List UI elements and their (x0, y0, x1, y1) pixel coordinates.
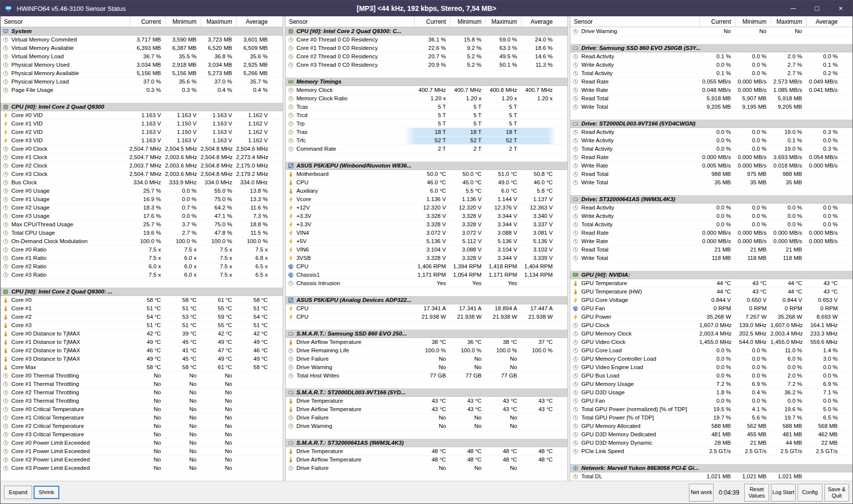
reset-values-button[interactable]: Reset Values (744, 484, 769, 502)
sensor-row[interactable]: Write Total118 MB118 MB118 MB (570, 254, 853, 262)
sensor-row[interactable]: Core #2 Thread 0 C0 Residency20.7 %5.2 %… (286, 52, 568, 61)
sensor-row[interactable]: Core #2 Thermal ThrottlingNoNoNo (0, 388, 283, 397)
sensor-row[interactable]: Drive Remaining Life100.0 %100.0 %100.0 … (286, 346, 568, 355)
sensor-row[interactable]: Core #0 Ratio7.5 x7.5 x7.5 x7.5 x (0, 246, 283, 254)
sensor-row[interactable]: Read Total988 MB975 MB988 MB (570, 170, 853, 178)
sensor-row[interactable]: CPU46.0 °C45.0 °C49.0 °C46.0 °C (286, 178, 568, 187)
section-header-row[interactable]: CPU [#0]: Intel Core 2 Quad Q9300: ... (0, 288, 283, 296)
sensor-row[interactable]: Core #1 Thermal ThrottlingNoNoNo (0, 380, 283, 388)
sensor-row[interactable]: Core #1 Critical TemperatureNoNoNo (0, 414, 283, 422)
sensor-row[interactable]: Write Total35 MB35 MB35 MB (570, 178, 853, 187)
column-header-average[interactable]: Average (236, 16, 272, 27)
sensor-row[interactable]: Total Activity0.0 %0.0 %0.0 %0.0 % (570, 220, 853, 229)
sensor-row[interactable]: Core #2 Ratio6.0 x6.0 x7.5 x6.5 x (0, 262, 283, 271)
sensor-row[interactable]: GPU Fan0 RPM0 RPM0 RPM0 RPM (570, 304, 853, 313)
sensor-row[interactable]: VIN63.104 V3.088 V3.104 V3.103 V (286, 246, 568, 254)
config-button[interactable]: Config (798, 484, 822, 502)
sensor-row[interactable]: Drive WarningNoNoNo (286, 363, 568, 372)
sensor-row[interactable]: Total Activity0.1 %0.0 %2.7 %0.2 % (570, 69, 853, 78)
column-header-current[interactable]: Current (699, 16, 735, 27)
sensor-row[interactable]: Drive Airflow Temperature38 °C36 °C38 °C… (286, 338, 568, 346)
sensor-row[interactable]: Core Max58 °C58 °C61 °C58 °C (0, 363, 283, 372)
sensor-row[interactable]: Core #2 Distance to TjMAX46 °C41 °C47 °C… (0, 346, 283, 355)
sensor-row[interactable]: Write Activity0.0 %0.0 %2.7 %0.1 % (570, 61, 853, 69)
sensor-row[interactable]: Drive WarningNoNoNo (570, 27, 853, 36)
sensor-row[interactable]: Write Rate0.048 MB/s0.000 MB/s1.085 MB/s… (570, 86, 853, 94)
sensor-row[interactable]: Core #0 Power Limit ExceededNoNoNo (0, 439, 283, 447)
section-header-row[interactable]: ASUS P5K/EPU (Winbond/Nuvoton W836... (286, 162, 568, 170)
sensor-row[interactable]: Core #0 Clock2,504.7 MHz2,504.5 MHz2,504… (0, 145, 283, 153)
save-quit-button[interactable]: Save & Quit (824, 484, 849, 502)
section-header-row[interactable]: S.M.A.R.T.: ST32000641AS (9WM3L4K3) (286, 439, 568, 447)
sensor-row[interactable]: Total Host Writes77 GB77 GB77 GB (286, 372, 568, 380)
network-button[interactable]: Net work (689, 484, 714, 502)
sensor-row[interactable]: Motherboard50.0 °C50.0 °C51.0 °C50.8 °C (286, 170, 568, 178)
sensor-row[interactable]: CPU21.938 W21.938 W21.938 W21.938 W (286, 313, 568, 321)
sensor-row[interactable]: CPU1,406 RPM1,394 RPM1,418 RPM1,404 RPM (286, 262, 568, 271)
sensor-row[interactable]: Memory Clock400.7 MHz400.7 MHz400.8 MHz4… (286, 86, 568, 94)
sensor-row[interactable]: 3VSB3.328 V3.328 V3.344 V3.339 V (286, 254, 568, 262)
section-header-row[interactable]: GPU [#0]: NVIDIA: (570, 271, 853, 279)
sensor-row[interactable]: VIN43.072 V3.072 V3.088 V3.081 V (286, 229, 568, 237)
sensor-row[interactable]: GPU Bus Load0.0 %0.0 %2.0 %0.0 % (570, 372, 853, 380)
sensor-row[interactable]: Core #3 Thermal ThrottlingNoNoNo (0, 397, 283, 405)
sensor-row[interactable]: Read Rate0.000 MB/s0.000 MB/s3.693 MB/s0… (570, 153, 853, 162)
sensor-row[interactable]: Trp5 T5 T5 T (286, 120, 568, 128)
section-header-row[interactable]: Drive: Samsung SSD 860 EVO 250GB (S3Y... (570, 44, 853, 52)
sensor-row[interactable]: +3.3V3.328 V3.328 V3.344 V3.337 V (286, 220, 568, 229)
sensor-row[interactable]: Read Activity0.1 %0.0 %2.0 %0.0 % (570, 52, 853, 61)
sensor-row[interactable]: Core #0 Critical TemperatureNoNoNo (0, 405, 283, 414)
sensor-row[interactable]: Trcd5 T5 T5 T (286, 111, 568, 120)
sensor-row[interactable]: Drive Temperature48 °C48 °C48 °C48 °C (286, 447, 568, 456)
sensor-row[interactable]: GPU Core Voltage0.844 V0.650 V0.844 V0.6… (570, 296, 853, 304)
sensor-row[interactable]: Write Rate0.000 MB/s0.000 MB/s0.000 MB/s… (570, 237, 853, 246)
sensor-row[interactable]: CPU17.341 A17.341 A18.894 A17.447 A (286, 304, 568, 313)
sensor-row[interactable]: Core #1 VID1.163 V1.150 V1.163 V1.162 V (0, 120, 283, 128)
column-header-maximum[interactable]: Maximum (485, 16, 521, 27)
sensor-row[interactable]: GPU D3D Memory Dynamic28 MB21 MB44 MB22 … (570, 439, 853, 447)
sensor-row[interactable]: Drive WarningNoNoNo (286, 422, 568, 430)
sensor-row[interactable]: Core #3 Distance to TjMAX49 °C45 °C49 °C… (0, 355, 283, 363)
sensor-row[interactable]: Core #1 Thread 0 C0 Residency22.6 %9.2 %… (286, 44, 568, 52)
sensor-row[interactable]: Core #0 Thermal ThrottlingNoNoNo (0, 372, 283, 380)
sensor-row[interactable]: Core #0 Usage25.7 %0.0 %55.0 %13.8 % (0, 187, 283, 195)
sensor-row[interactable]: Core #058 °C58 °C61 °C58 °C (0, 296, 283, 304)
sensor-row[interactable]: Core #0 Thread 0 C0 Residency36.1 %15.8 … (286, 36, 568, 44)
sensor-row[interactable]: On-Demand Clock Modulation100.0 %100.0 %… (0, 237, 283, 246)
sensor-row[interactable]: Memory Clock Ratio1.20 x1.20 x1.20 x1.20… (286, 94, 568, 103)
section-header-row[interactable]: Drive: ST32000641AS (9WM3L4K3) (570, 195, 853, 204)
sensor-row[interactable]: Max CPU/Thread Usage25.7 %3.7 %75.0 %18.… (0, 220, 283, 229)
sensor-row[interactable]: Chassis IntrusionYesYesYes (286, 279, 568, 288)
sensor-row[interactable]: Tcas5 T5 T5 T (286, 103, 568, 111)
section-header-row[interactable]: ASUS P5K/EPU (Analog Devices ADP322... (286, 296, 568, 304)
sensor-row[interactable]: Core #3 Thread 0 C0 Residency20.9 %5.2 %… (286, 61, 568, 69)
sensor-row[interactable]: Total CPU Usage19.6 %2.7 %47.8 %11.5 % (0, 229, 283, 237)
sensor-row[interactable]: GPU Memory Controller Load0.0 %0.0 %6.0 … (570, 355, 853, 363)
sensor-row[interactable]: GPU D3D Memory Dedicated481 MB455 MB481 … (570, 430, 853, 439)
sensor-row[interactable]: Read Rate0.055 MB/s0.000 MB/s2.573 MB/s0… (570, 78, 853, 86)
sensor-row[interactable]: Core #3 Critical TemperatureNoNoNo (0, 430, 283, 439)
sensor-row[interactable]: Core #2 Clock2,003.7 MHz2,003.6 MHz2,504… (0, 162, 283, 170)
sensor-row[interactable]: GPU Power35.268 W7.267 W35.268 W8.693 W (570, 313, 853, 321)
sensor-row[interactable]: PCIe Link Speed2.5 GT/s2.5 GT/s2.5 GT/s2… (570, 447, 853, 456)
sensor-row[interactable]: Core #1 Usage16.9 %0.0 %75.0 %13.3 % (0, 195, 283, 204)
sensor-row[interactable]: Drive FailureNoNoNo (286, 414, 568, 422)
titlebar[interactable]: HWiNFO64 v5.46-3100 Sensor Status [MP3] … (0, 0, 853, 16)
sensor-row[interactable]: +3.3V3.328 V3.328 V3.344 V3.340 V (286, 212, 568, 220)
sensor-row[interactable]: Auxiliary6.0 °C5.5 °C6.0 °C5.8 °C (286, 187, 568, 195)
section-header-row[interactable]: S.M.A.R.T.: ST2000DL003-9VT166 (5YD... (286, 388, 568, 397)
sensor-row[interactable]: Core #1 Clock2,504.7 MHz2,003.6 MHz2,504… (0, 153, 283, 162)
minimize-button[interactable]: ─ (781, 0, 805, 16)
sensor-row[interactable]: Virtual Memory Load36.7 %35.5 %36.8 %35.… (0, 52, 283, 61)
sensor-row[interactable]: GPU Clock1,607.0 MHz139.0 MHz1,607.0 MHz… (570, 321, 853, 330)
sensor-row[interactable]: Drive Airflow Temperature43 °C43 °C43 °C… (286, 405, 568, 414)
sensor-row[interactable]: Physical Memory Available5,156 MB5,156 M… (0, 69, 283, 78)
sensor-row[interactable]: Virtual Memory Available6,393 MB6,387 MB… (0, 44, 283, 52)
sensor-row[interactable]: GPU D3D Usage1.8 %0.4 %36.2 %7.1 % (570, 388, 853, 397)
sensor-row[interactable]: Command Rate2 T2 T2 T (286, 145, 568, 153)
sensor-row[interactable]: Physical Memory Load37.0 %35.6 %37.0 %35… (0, 78, 283, 86)
sensor-row[interactable]: Write Activity0.0 %0.0 %0.0 %0.0 % (570, 212, 853, 220)
column-header-sensor[interactable]: Sensor (286, 18, 415, 25)
column-header-average[interactable]: Average (806, 16, 842, 27)
sensor-row[interactable]: Core #2 Power Limit ExceededNoNoNo (0, 456, 283, 464)
